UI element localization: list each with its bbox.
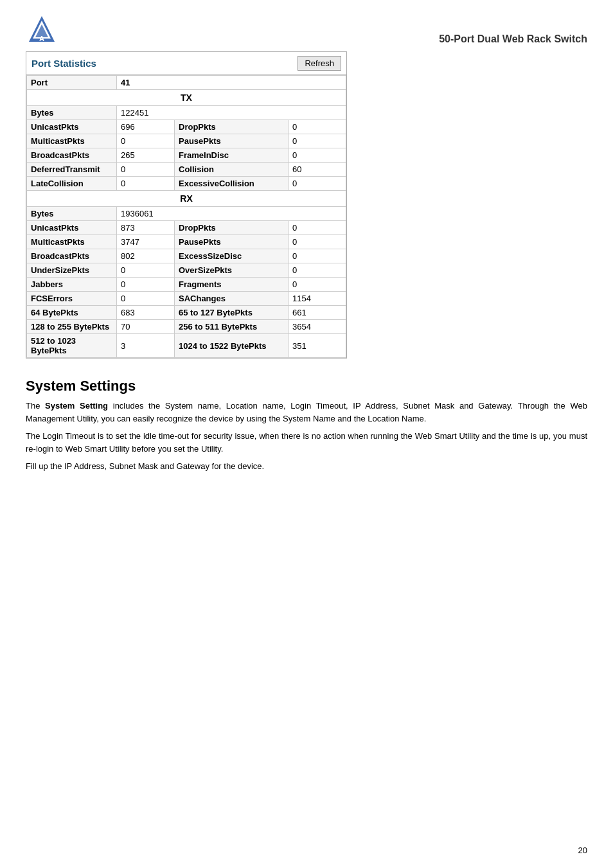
stat-value: 0 bbox=[117, 163, 175, 177]
table-row: MulticastPkts 3747 PausePkts 0 bbox=[27, 235, 346, 249]
stat-label2: 65 to 127 BytePkts bbox=[175, 306, 289, 320]
system-settings-paragraph: Fill up the IP Address, Subnet Mask and … bbox=[26, 460, 587, 473]
stat-value: 3747 bbox=[117, 235, 175, 249]
table-row: 128 to 255 BytePkts 70 256 to 511 BytePk… bbox=[27, 320, 346, 334]
system-settings-paragraphs: The System Setting includes the System n… bbox=[26, 400, 587, 473]
stat-label2: DropPkts bbox=[175, 120, 289, 134]
stat-label: BroadcastPkts bbox=[27, 148, 117, 163]
tx-header-row: TX bbox=[27, 90, 346, 106]
stat-value: 0 bbox=[117, 177, 175, 191]
stat-label: 64 BytePkts bbox=[27, 306, 117, 320]
stat-value2: 0 bbox=[289, 120, 346, 134]
table-row: Bytes 122451 bbox=[27, 106, 346, 120]
stat-label: UnicastPkts bbox=[27, 221, 117, 235]
table-row: LateCollision 0 ExcessiveCollision 0 bbox=[27, 177, 346, 191]
table-row: MulticastPkts 0 PausePkts 0 bbox=[27, 134, 346, 148]
stat-value2: 3654 bbox=[289, 320, 346, 334]
stat-label: DeferredTransmit bbox=[27, 163, 117, 177]
logo-icon: A bbox=[26, 13, 58, 45]
stat-label: MulticastPkts bbox=[27, 134, 117, 148]
stat-value2: 0 bbox=[289, 263, 346, 278]
stat-value: 0 bbox=[117, 292, 175, 306]
stat-label: UnderSizePkts bbox=[27, 263, 117, 278]
table-row: Jabbers 0 Fragments 0 bbox=[27, 278, 346, 292]
table-row: BroadcastPkts 265 FrameInDisc 0 bbox=[27, 148, 346, 163]
stat-value2: 351 bbox=[289, 334, 346, 358]
table-row: 64 BytePkts 683 65 to 127 BytePkts 661 bbox=[27, 306, 346, 320]
port-label: Port bbox=[27, 76, 117, 90]
table-row: 512 to 1023 BytePkts 3 1024 to 1522 Byte… bbox=[27, 334, 346, 358]
stat-label: Bytes bbox=[27, 106, 117, 120]
stat-value: 0 bbox=[117, 134, 175, 148]
stat-value: 683 bbox=[117, 306, 175, 320]
stat-label2: Collision bbox=[175, 163, 289, 177]
stat-value2: 60 bbox=[289, 163, 346, 177]
table-row: UnicastPkts 873 DropPkts 0 bbox=[27, 221, 346, 235]
stat-value2: 0 bbox=[289, 235, 346, 249]
stat-value: 0 bbox=[117, 278, 175, 292]
device-name: 50-Port Dual Web Rack Switch bbox=[439, 33, 587, 45]
table-row: BroadcastPkts 802 ExcessSizeDisc 0 bbox=[27, 249, 346, 263]
stat-label2: ExcessiveCollision bbox=[175, 177, 289, 191]
stat-value: 873 bbox=[117, 221, 175, 235]
stat-label: LateCollision bbox=[27, 177, 117, 191]
stat-label2: Fragments bbox=[175, 278, 289, 292]
stat-label2: ExcessSizeDisc bbox=[175, 249, 289, 263]
stat-value: 802 bbox=[117, 249, 175, 263]
table-row: Bytes 1936061 bbox=[27, 207, 346, 221]
stat-label2: SAChanges bbox=[175, 292, 289, 306]
table-row: UnicastPkts 696 DropPkts 0 bbox=[27, 120, 346, 134]
stat-label: MulticastPkts bbox=[27, 235, 117, 249]
stat-value2: 0 bbox=[289, 177, 346, 191]
port-statistics-title: Port Statistics bbox=[31, 58, 96, 69]
tx-label: TX bbox=[27, 90, 346, 106]
stat-label2: DropPkts bbox=[175, 221, 289, 235]
port-statistics-section: Port Statistics Refresh Port 41 TX Bytes… bbox=[26, 51, 347, 359]
stat-label: FCSErrors bbox=[27, 292, 117, 306]
stat-value: 696 bbox=[117, 120, 175, 134]
stat-label2: OverSizePkts bbox=[175, 263, 289, 278]
stat-label2: PausePkts bbox=[175, 134, 289, 148]
stat-value2: 0 bbox=[289, 249, 346, 263]
stat-label2: PausePkts bbox=[175, 235, 289, 249]
stat-value2: 1154 bbox=[289, 292, 346, 306]
system-settings-paragraph: The Login Timeout is to set the idle tim… bbox=[26, 430, 587, 455]
system-settings-section: System Settings The System Setting inclu… bbox=[26, 378, 587, 473]
table-row: FCSErrors 0 SAChanges 1154 bbox=[27, 292, 346, 306]
table-row: DeferredTransmit 0 Collision 60 bbox=[27, 163, 346, 177]
stat-label: UnicastPkts bbox=[27, 120, 117, 134]
stat-value: 3 bbox=[117, 334, 175, 358]
stat-value2: 0 bbox=[289, 148, 346, 163]
stat-value: 1936061 bbox=[117, 207, 346, 221]
stat-value2: 661 bbox=[289, 306, 346, 320]
stat-label: Jabbers bbox=[27, 278, 117, 292]
stat-value2: 0 bbox=[289, 134, 346, 148]
refresh-button[interactable]: Refresh bbox=[298, 56, 341, 71]
system-settings-title: System Settings bbox=[26, 378, 587, 394]
stat-value: 70 bbox=[117, 320, 175, 334]
stat-value: 122451 bbox=[117, 106, 346, 120]
port-value: 41 bbox=[117, 76, 346, 90]
page-header: A 50-Port Dual Web Rack Switch bbox=[26, 13, 587, 45]
stat-value: 265 bbox=[117, 148, 175, 163]
stat-label: 128 to 255 BytePkts bbox=[27, 320, 117, 334]
stat-label: 512 to 1023 BytePkts bbox=[27, 334, 117, 358]
rx-header-row: RX bbox=[27, 191, 346, 207]
stats-table: Port 41 TX Bytes 122451 UnicastPkts 696 … bbox=[26, 75, 346, 358]
rx-label: RX bbox=[27, 191, 346, 207]
stat-value2: 0 bbox=[289, 278, 346, 292]
stat-value: 0 bbox=[117, 263, 175, 278]
stat-value2: 0 bbox=[289, 221, 346, 235]
table-row: UnderSizePkts 0 OverSizePkts 0 bbox=[27, 263, 346, 278]
stat-label: Bytes bbox=[27, 207, 117, 221]
logo-area: A bbox=[26, 13, 58, 45]
port-statistics-header: Port Statistics Refresh bbox=[26, 52, 346, 75]
stat-label2: 1024 to 1522 BytePkts bbox=[175, 334, 289, 358]
stat-label: BroadcastPkts bbox=[27, 249, 117, 263]
svg-text:A: A bbox=[39, 35, 44, 42]
system-settings-paragraph: The System Setting includes the System n… bbox=[26, 400, 587, 425]
port-row: Port 41 bbox=[27, 76, 346, 90]
stat-label2: FrameInDisc bbox=[175, 148, 289, 163]
stat-label2: 256 to 511 BytePkts bbox=[175, 320, 289, 334]
